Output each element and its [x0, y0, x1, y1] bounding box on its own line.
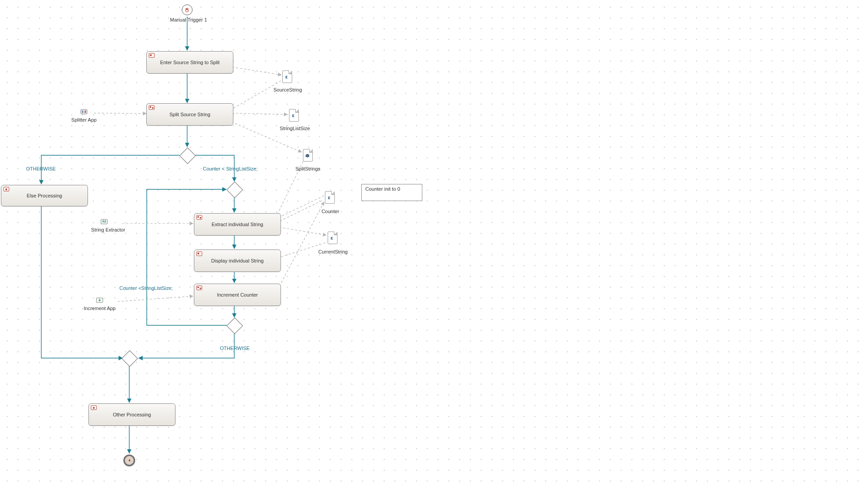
data-icon: [330, 236, 334, 241]
data-object-string-list-size[interactable]: [289, 109, 299, 122]
svg-rect-19: [84, 110, 86, 113]
service-task-icon: [149, 105, 155, 110]
data-object-label: StringListSize: [276, 126, 314, 131]
gateway-loop-entry[interactable]: [227, 182, 243, 198]
svg-point-6: [5, 188, 7, 190]
diagram-canvas[interactable]: Manual Trigger 1 Enter Source String to …: [0, 0, 868, 490]
svg-rect-13: [197, 287, 199, 288]
data-icon: [327, 196, 332, 200]
data-object-label: CurrentString: [314, 249, 352, 254]
task-label: Increment Counter: [217, 292, 258, 298]
svg-rect-10: [197, 252, 202, 256]
app-label: Splitter App: [67, 117, 101, 122]
app-splitter[interactable]: [80, 108, 88, 116]
terminate-icon: [127, 458, 132, 463]
data-object-counter[interactable]: [325, 191, 335, 204]
task-display-individual[interactable]: Display individual String: [194, 249, 281, 272]
svg-point-1: [150, 54, 152, 56]
app-icon: [101, 218, 108, 225]
condition-otherwise-2: OTHERWISE: [220, 346, 250, 351]
svg-rect-8: [197, 216, 199, 218]
svg-rect-14: [200, 288, 201, 289]
task-else-processing[interactable]: Else Processing: [1, 185, 88, 206]
app-string-extractor[interactable]: [100, 218, 108, 226]
task-label: Display individual String: [211, 258, 264, 263]
task-other-processing[interactable]: Other Processing: [88, 403, 175, 426]
app-increment[interactable]: [96, 296, 104, 304]
svg-rect-18: [82, 110, 83, 113]
end-event[interactable]: [123, 455, 135, 466]
task-label: Enter Source String to Split: [160, 60, 220, 65]
svg-rect-21: [105, 220, 106, 223]
note-counter-init[interactable]: Counter init to 0: [361, 184, 422, 201]
task-extract-individual[interactable]: Extract individual String: [194, 213, 281, 236]
task-label: Else Processing: [27, 193, 62, 198]
data-icon: [285, 75, 289, 79]
task-split-source[interactable]: Split Source String: [146, 103, 233, 126]
condition-counter-lt-2: Counter <StringListSize;: [119, 285, 173, 291]
svg-rect-0: [149, 53, 154, 57]
data-icon: [291, 114, 296, 118]
cube-icon: [305, 153, 310, 158]
condition-counter-lt-1: Counter < StringListSize;: [203, 166, 258, 171]
gateway-loop-exit[interactable]: [227, 318, 243, 334]
svg-rect-20: [101, 219, 107, 224]
app-icon: [80, 108, 88, 115]
svg-rect-3: [150, 106, 151, 108]
svg-rect-2: [149, 105, 154, 109]
data-object-label: Counter: [318, 209, 343, 214]
user-task-icon: [196, 251, 202, 257]
service-task-icon: [196, 285, 202, 291]
gateway-merge[interactable]: [122, 350, 138, 367]
task-label: Split Source String: [169, 112, 210, 117]
data-object-split-strings[interactable]: [303, 149, 313, 162]
service-task-icon: [196, 215, 202, 220]
note-text: Counter init to 0: [365, 186, 400, 192]
svg-rect-12: [197, 286, 202, 290]
task-increment-counter[interactable]: Increment Counter: [194, 284, 281, 306]
task-enter-source[interactable]: Enter Source String to Split: [146, 51, 233, 74]
manual-trigger-event[interactable]: [182, 4, 193, 15]
data-object-source-string[interactable]: [282, 70, 292, 83]
task-label: Extract individual String: [212, 222, 263, 227]
svg-point-11: [197, 253, 199, 254]
svg-rect-9: [200, 217, 201, 219]
service-task-icon: [91, 405, 97, 411]
app-label: String Extractor: [87, 227, 130, 232]
condition-otherwise-1: OTHERWISE: [26, 166, 56, 171]
gateway-split-1[interactable]: [180, 148, 196, 164]
data-object-label: SourceString: [269, 87, 306, 92]
data-object-current-string[interactable]: [328, 232, 338, 244]
svg-point-16: [93, 407, 95, 409]
user-task-icon: [149, 53, 155, 58]
app-icon: [96, 297, 103, 304]
svg-rect-7: [197, 215, 202, 219]
app-label: Increment App: [80, 306, 119, 311]
svg-rect-4: [152, 107, 153, 109]
hand-icon: [184, 7, 190, 13]
service-task-icon: [3, 187, 9, 192]
task-label: Other Processing: [113, 412, 151, 417]
data-object-label: SplitStrings: [292, 166, 324, 171]
manual-trigger-label: Manual Trigger 1: [162, 17, 215, 22]
